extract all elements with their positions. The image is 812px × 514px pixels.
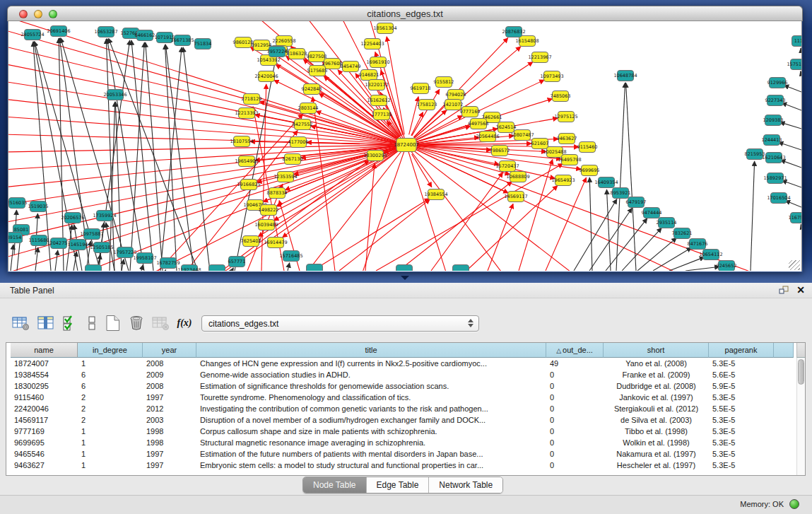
graph-node[interactable]: 9129966 xyxy=(767,78,788,88)
graph-node[interactable]: 8186328 xyxy=(287,49,307,59)
graph-node[interactable]: 5175685 xyxy=(307,66,328,76)
graph-node[interactable]: 20564486 xyxy=(476,132,499,142)
table-cell[interactable]: Disruption of a novel member of a sodium… xyxy=(196,414,546,426)
table-cell[interactable]: 1998 xyxy=(143,437,196,448)
table-cell[interactable]: 1997 xyxy=(143,448,196,460)
graph-node[interactable]: 12505185 xyxy=(90,243,113,253)
graph-node[interactable]: 16961910 xyxy=(366,57,389,68)
tab-node-table[interactable]: Node Table xyxy=(303,477,366,493)
table-cell[interactable]: 2008 xyxy=(143,358,196,369)
table-cell[interactable]: 1997 xyxy=(143,392,196,403)
graph-node[interactable]: 9860128 xyxy=(233,37,254,48)
graph-node[interactable] xyxy=(209,265,225,271)
network-canvas[interactable]: 1872400798601288912954222605589827509818… xyxy=(8,21,802,271)
table-cell[interactable]: 9463627 xyxy=(11,460,78,471)
table-cell[interactable]: 1998 xyxy=(143,426,196,437)
memory-ok-indicator[interactable] xyxy=(789,499,799,509)
table-cell[interactable]: Structural magnetic resonance image aver… xyxy=(196,437,546,448)
table-cell[interactable]: 19384554 xyxy=(11,369,78,380)
table-cell[interactable]: 5.3E-5 xyxy=(709,437,774,448)
column-header-short[interactable]: short xyxy=(604,343,709,358)
table-cell[interactable]: 0 xyxy=(546,392,604,403)
graph-node[interactable]: 14569117 xyxy=(504,192,527,202)
table-row[interactable]: 2242004622012Investigating the contribut… xyxy=(11,403,774,414)
table-cell[interactable]: 1 xyxy=(78,358,143,369)
graph-node[interactable]: 19654923 xyxy=(551,175,575,186)
graph-node[interactable] xyxy=(396,265,413,271)
table-row[interactable]: 946362711997Embryonic stem cells: a mode… xyxy=(11,460,774,471)
table-cell[interactable]: Nakamura et al. (1997) xyxy=(604,448,709,460)
graph-node[interactable]: 19166825 xyxy=(237,180,260,190)
table-cell[interactable]: 0 xyxy=(546,437,604,448)
table-cell[interactable]: Franke et al. (2009) xyxy=(604,369,709,380)
table-row[interactable]: 1872400712008Changes of HCN gene express… xyxy=(11,358,774,369)
graph-node[interactable]: 12213967 xyxy=(528,52,551,63)
table-cell[interactable]: Changes of HCN gene expression and I(f) … xyxy=(196,358,546,369)
graph-node[interactable]: 22420046 xyxy=(254,71,278,82)
graph-node[interactable]: 19654903 xyxy=(235,156,258,167)
graph-node[interactable]: 6479197 xyxy=(626,197,647,208)
function-builder-icon[interactable]: f(x) xyxy=(175,314,194,332)
citation-network-graph[interactable]: 1872400798601288912954222605589827509818… xyxy=(8,21,801,271)
table-cell[interactable]: Wolkin et al. (1998) xyxy=(604,437,709,448)
graph-node[interactable]: 6497568 xyxy=(469,119,489,129)
graph-node[interactable]: 9227343 xyxy=(765,95,786,106)
graph-node[interactable]: 10653287 xyxy=(94,27,117,37)
float-panel-icon[interactable] xyxy=(779,286,789,295)
scrollbar-thumb[interactable] xyxy=(798,359,804,385)
graph-node[interactable]: 16039489 xyxy=(254,220,278,230)
graph-node[interactable]: 17359924 xyxy=(93,211,116,221)
graph-node[interactable]: 13220172 xyxy=(365,80,388,90)
table-cell[interactable]: 5.9E-5 xyxy=(709,380,774,392)
table-cell[interactable]: 22420046 xyxy=(11,403,78,414)
graph-node[interactable]: 12254403 xyxy=(360,39,384,49)
table-cell[interactable]: 1997 xyxy=(143,460,196,471)
table-cell[interactable]: Investigating the contribution of common… xyxy=(196,403,546,414)
table-cell[interactable]: 0 xyxy=(546,403,604,414)
graph-node[interactable]: 15720437 xyxy=(495,161,519,172)
graph-node[interactable] xyxy=(86,265,102,271)
graph-node[interactable]: 9242848 xyxy=(302,84,322,95)
graph-node[interactable]: 22260558 xyxy=(272,36,295,47)
graph-node[interactable]: 20876832 xyxy=(502,27,525,37)
graph-node[interactable]: 8878334 xyxy=(267,188,288,199)
table-cell[interactable]: Dudbridge et al. (2008) xyxy=(604,380,709,392)
graph-node[interactable]: 19958107 xyxy=(133,253,156,264)
graph-node[interactable]: 8953921 xyxy=(611,188,631,199)
table-row[interactable]: 1830029562008Estimation of significance … xyxy=(11,380,774,392)
table-cell[interactable]: Yano et al. (2008) xyxy=(604,358,709,369)
graph-hub-node[interactable]: 18724007 xyxy=(394,139,419,152)
graph-node[interactable]: 16914479 xyxy=(264,238,287,248)
table-cell[interactable]: 0 xyxy=(546,369,604,380)
table-cell[interactable]: de Silva et al. (2003) xyxy=(604,414,709,426)
graph-node[interactable]: 7832621 xyxy=(672,228,693,239)
graph-node[interactable]: 15892971 xyxy=(763,173,787,184)
column-header-out_de[interactable]: △out_de... xyxy=(546,343,604,358)
table-cell[interactable]: Estimation of significance thresholds fo… xyxy=(196,380,546,392)
table-cell[interactable]: 9777169 xyxy=(11,426,78,437)
graph-node[interactable]: 751834 xyxy=(194,39,212,49)
table-cell[interactable]: 6 xyxy=(78,380,143,392)
graph-node[interactable]: 2935114 xyxy=(657,218,677,228)
graph-node[interactable]: 9245652 xyxy=(717,261,737,271)
table-cell[interactable]: 5.3E-5 xyxy=(709,460,774,471)
table-cell[interactable]: Hescheler et al. (1997) xyxy=(604,460,709,471)
table-row[interactable]: 911546021997Tourette syndrome. Phenomeno… xyxy=(11,392,774,403)
table-settings-icon[interactable] xyxy=(11,314,30,332)
table-cell[interactable]: 0 xyxy=(546,460,604,471)
graph-node[interactable]: 1167534 xyxy=(789,213,801,223)
table-cell[interactable]: 0 xyxy=(546,426,604,437)
graph-node[interactable]: 6794028 xyxy=(446,90,466,100)
graph-node[interactable]: 15751074 xyxy=(787,59,801,70)
table-row[interactable]: 977716911998Corpus callosum shape and si… xyxy=(11,426,774,437)
table-cell[interactable]: 5.5E-5 xyxy=(709,403,774,414)
splitter-handle[interactable] xyxy=(401,276,409,280)
table-cell[interactable]: 1 xyxy=(78,460,143,471)
table-cell[interactable]: 2012 xyxy=(143,403,196,414)
graph-node[interactable]: 39154 xyxy=(8,233,23,243)
table-row[interactable]: 946554611997Estimation of the future num… xyxy=(11,448,774,460)
table-cell[interactable]: 9115460 xyxy=(11,392,78,403)
column-header-year[interactable]: year xyxy=(143,343,196,358)
graph-node[interactable]: 8427552 xyxy=(293,119,313,130)
graph-node[interactable] xyxy=(307,264,323,271)
